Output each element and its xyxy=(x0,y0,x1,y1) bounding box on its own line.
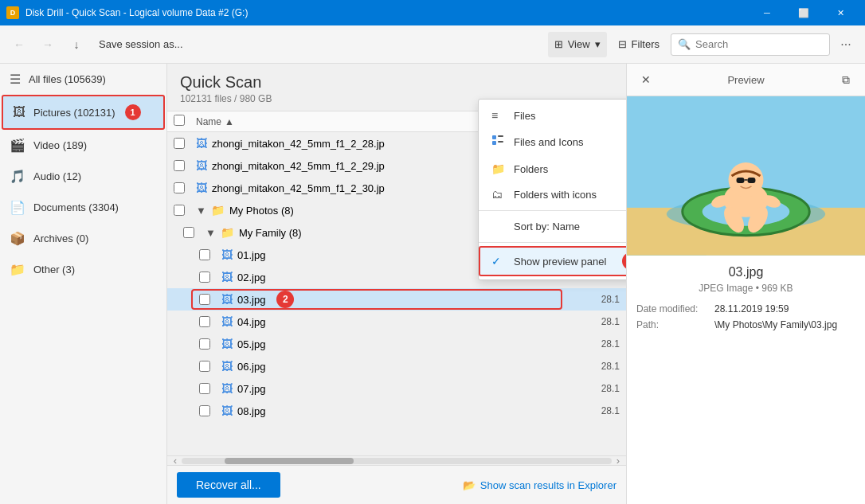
row-checkbox-col xyxy=(199,405,221,416)
menu-files-label: Files xyxy=(514,110,535,122)
content-area: Quick Scan 102131 files / 980 GB Name ▲ xyxy=(167,64,626,504)
table-row[interactable]: 🖼 03.jpg 2 28.1 xyxy=(167,288,626,311)
checkmark-icon: ✓ xyxy=(491,255,506,268)
file-name: 03.jpg xyxy=(237,294,265,306)
sidebar-item-all-files[interactable]: ☰ All files (105639) xyxy=(0,64,166,95)
preview-image-svg xyxy=(627,96,865,256)
maximize-button[interactable]: ⬜ xyxy=(785,0,822,25)
minimize-button[interactable]: ─ xyxy=(749,0,785,25)
download-button[interactable]: ↓ xyxy=(64,32,89,57)
svg-rect-1 xyxy=(498,135,503,137)
more-icon: ··· xyxy=(840,37,851,52)
menu-item-preview[interactable]: ✓ Show preview panel 3 xyxy=(479,246,626,276)
sidebar-item-documents[interactable]: 📄 Documents (3304) xyxy=(0,192,166,223)
menu-item-folders[interactable]: 📁 Folders xyxy=(479,156,626,182)
preview-filetype: JPEG Image • 969 KB xyxy=(636,283,855,294)
scroll-right-button[interactable]: › xyxy=(612,456,624,466)
pictures-icon: 🖼 xyxy=(13,105,25,119)
window-title: Disk Drill - Quick Scan - Logical volume… xyxy=(25,7,248,18)
scrollbar-track[interactable] xyxy=(182,458,612,464)
table-row[interactable]: 🖼 06.jpg 28.1 xyxy=(167,355,626,377)
menu-item-sort[interactable]: Sort by: Name › xyxy=(479,214,626,239)
filters-label: Filters xyxy=(632,38,660,50)
row-checkbox[interactable] xyxy=(199,294,210,305)
path-value: \My Photos\My Family\03.jpg xyxy=(714,319,837,330)
sidebar-item-audio-label: Audio (12) xyxy=(33,170,81,182)
forward-button[interactable]: → xyxy=(35,32,61,57)
row-checkbox[interactable] xyxy=(199,338,210,350)
search-box[interactable]: 🔍 xyxy=(671,33,830,56)
table-row[interactable]: 🖼 04.jpg 28.1 xyxy=(167,311,626,333)
app-icon: D xyxy=(6,6,19,19)
preview-close-button[interactable]: ✕ xyxy=(636,70,656,89)
more-button[interactable]: ··· xyxy=(833,32,859,57)
row-name-col: 🖼 06.jpg xyxy=(221,360,548,373)
row-checkbox[interactable] xyxy=(199,272,210,283)
file-name: 01.jpg xyxy=(237,249,265,261)
bottom-bar: Recover all... 📂 Show scan results in Ex… xyxy=(167,465,626,504)
sidebar-item-video[interactable]: 🎬 Video (189) xyxy=(0,130,166,161)
folders-icons-icon: 🗂 xyxy=(491,188,506,201)
scroll-left-button[interactable]: ‹ xyxy=(169,456,182,466)
preview-copy-button[interactable]: ⧉ xyxy=(836,70,855,89)
other-icon: 📁 xyxy=(10,262,25,277)
menu-item-files-icons[interactable]: Files and Icons xyxy=(479,128,626,156)
row-checkbox-col xyxy=(199,361,221,372)
folder-open-icon: 📂 xyxy=(463,479,476,491)
show-results-button[interactable]: 📂 Show scan results in Explorer xyxy=(463,479,616,491)
menu-item-files[interactable]: ≡ Files xyxy=(479,103,626,128)
horizontal-scrollbar[interactable]: ‹ › xyxy=(167,455,626,465)
select-all-checkbox[interactable] xyxy=(174,115,185,126)
recover-all-button[interactable]: Recover all... xyxy=(177,472,280,498)
save-session-button[interactable]: Save session as... xyxy=(92,32,190,57)
table-row[interactable]: 🖼 05.jpg 28.1 xyxy=(167,333,626,355)
folder-name: My Photos (8) xyxy=(229,205,294,217)
row-checkbox[interactable] xyxy=(174,182,185,193)
preview-info: 03.jpg JPEG Image • 969 KB Date modified… xyxy=(627,256,865,504)
preview-panel: ✕ Preview ⧉ xyxy=(626,64,865,504)
view-chevron-icon: ▾ xyxy=(595,38,601,50)
menu-files-icons-label: Files and Icons xyxy=(514,136,583,148)
main-layout: ☰ All files (105639) 🖼 Pictures (102131)… xyxy=(0,64,865,504)
menu-separator-2 xyxy=(479,242,626,243)
svg-rect-0 xyxy=(492,135,496,139)
image-file-icon: 🖼 xyxy=(221,293,233,306)
sidebar-item-archives-label: Archives (0) xyxy=(33,232,88,244)
menu-folders-icons-label: Folders with icons xyxy=(514,189,597,201)
row-checkbox[interactable] xyxy=(174,205,185,216)
row-checkbox[interactable] xyxy=(183,227,194,238)
view-button[interactable]: ⊞ View ▾ xyxy=(548,32,607,57)
row-checkbox[interactable] xyxy=(199,383,210,394)
row-checkbox[interactable] xyxy=(199,316,210,327)
row-checkbox-col xyxy=(174,205,196,216)
step-3-badge: 3 xyxy=(622,252,626,270)
row-checkbox[interactable] xyxy=(174,160,185,171)
back-button[interactable]: ← xyxy=(6,32,32,57)
filters-button[interactable]: ⊟ Filters xyxy=(610,35,667,53)
date-modified-value: 28.11.2019 19:59 xyxy=(714,303,789,315)
scrollbar-thumb[interactable] xyxy=(225,458,354,464)
sidebar-item-audio[interactable]: 🎵 Audio (12) xyxy=(0,161,166,192)
menu-item-folders-icons[interactable]: 🗂 Folders with icons xyxy=(479,182,626,207)
image-file-icon: 🖼 xyxy=(196,137,207,150)
files-icons-icon xyxy=(491,135,506,150)
sidebar-item-archives[interactable]: 📦 Archives (0) xyxy=(0,223,166,254)
close-button[interactable]: ✕ xyxy=(822,0,859,25)
sidebar-item-pictures[interactable]: 🖼 Pictures (102131) 1 xyxy=(2,95,165,130)
image-file-icon: 🖼 xyxy=(221,248,233,261)
table-row[interactable]: 🖼 08.jpg 28.1 xyxy=(167,400,626,422)
row-checkbox[interactable] xyxy=(174,138,185,149)
archives-icon: 📦 xyxy=(10,231,25,246)
row-checkbox[interactable] xyxy=(199,249,210,260)
row-checkbox[interactable] xyxy=(199,361,210,372)
row-checkbox[interactable] xyxy=(199,405,210,416)
image-file-icon: 🖼 xyxy=(221,338,233,350)
row-checkbox-col xyxy=(199,338,221,350)
search-input[interactable] xyxy=(695,38,823,50)
file-name: 08.jpg xyxy=(237,405,265,417)
table-row[interactable]: 🖼 07.jpg 28.1 xyxy=(167,377,626,400)
sidebar-item-video-label: Video (189) xyxy=(33,139,87,151)
sidebar-item-other[interactable]: 📁 Other (3) xyxy=(0,254,166,285)
svg-rect-3 xyxy=(498,141,503,143)
title-bar-left: D Disk Drill - Quick Scan - Logical volu… xyxy=(6,6,248,19)
